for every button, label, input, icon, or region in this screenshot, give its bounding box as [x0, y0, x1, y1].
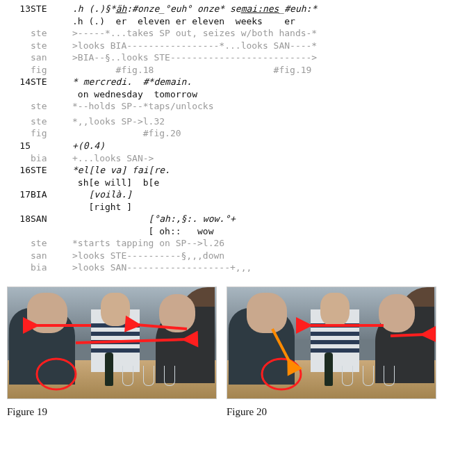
- annotation: *,,looks SP->l.32: [72, 115, 469, 128]
- utterance: [°ah:,§:. wow.°+: [72, 213, 469, 225]
- annotation: >looks STE----------§,,,down: [72, 250, 469, 262]
- gloss: .h (.) er eleven er eleven weeks er: [72, 15, 469, 28]
- line-number: 14: [7, 76, 31, 88]
- utterance: *el[le va] fai[re.: [72, 164, 469, 177]
- gloss: [ oh:: wow: [72, 225, 469, 238]
- line-number: 16: [7, 164, 31, 177]
- speaker: ste: [31, 40, 72, 52]
- figure-caption: Figure 19: [7, 405, 215, 419]
- utterance: .h (.)§*äh:#onze_°euh° onze* semai:nes_#…: [72, 3, 469, 15]
- speaker: ste: [31, 115, 72, 128]
- transcript: 13STE.h (.)§*äh:#onze_°euh° onze* semai:…: [7, 3, 469, 274]
- annotation: +...looks SAN->: [72, 152, 469, 165]
- speaker: san: [31, 51, 72, 64]
- speaker: ste: [31, 237, 72, 250]
- speaker: ste: [31, 27, 72, 40]
- utterance: * mercredi. #*demain.: [72, 76, 469, 88]
- line-number: 18: [7, 213, 31, 225]
- line-number: 15: [7, 140, 31, 152]
- gaze-arrow-icon: [136, 325, 187, 329]
- annotation: *--holds SP--*taps/unlocks: [72, 100, 469, 113]
- speaker: BIA: [31, 188, 72, 201]
- figure-caption: Figure 20: [227, 405, 435, 419]
- figure-19-photo: [7, 286, 217, 399]
- phone-circle-icon: [262, 359, 301, 389]
- speaker: bia: [31, 152, 72, 165]
- speaker: ste: [31, 100, 72, 113]
- annotation: >looks BIA-----------------*...looks SAN…: [72, 40, 469, 52]
- speaker: fig: [31, 64, 72, 76]
- annotation: >-----*...takes SP out, seizes w/both ha…: [72, 27, 469, 40]
- gloss: sh[e will] b[e: [72, 177, 469, 189]
- annotation: >looks SAN-------------------+,,,: [72, 261, 469, 274]
- gaze-arrow-icon: [391, 334, 425, 336]
- figure-20-photo: [227, 286, 436, 399]
- annotation: *starts tapping on SP-->l.26: [72, 237, 469, 250]
- gloss: [right ]: [72, 201, 469, 213]
- speaker: bia: [31, 261, 72, 274]
- gaze-arrow-icon: [76, 339, 187, 343]
- speaker: STE: [31, 76, 72, 88]
- utterance: +(0.4): [72, 140, 469, 152]
- speaker: SAN: [31, 213, 72, 225]
- speaker: STE: [31, 3, 72, 15]
- fig-reference: #fig.20: [72, 127, 469, 140]
- fig-reference: #fig.18 #fig.19: [72, 64, 469, 76]
- annotation: >BIA--§..looks STE----------------------…: [72, 51, 469, 64]
- gaze-arrow-icon: [272, 329, 290, 362]
- utterance: [voilà.]: [72, 188, 469, 201]
- gloss: on wednesday tomorrow: [72, 88, 469, 101]
- speaker: STE: [31, 164, 72, 177]
- speaker: fig: [31, 127, 72, 140]
- speaker: san: [31, 250, 72, 262]
- line-number: 13: [7, 3, 31, 15]
- figure-row: Figure 19 Figure 20: [7, 286, 469, 419]
- phone-circle-icon: [37, 359, 76, 389]
- line-number: 17: [7, 188, 31, 201]
